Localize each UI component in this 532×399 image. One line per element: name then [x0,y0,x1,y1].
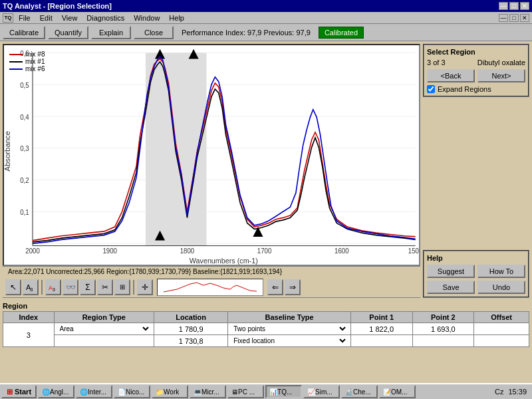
quantify-button[interactable]: Quantify [48,26,88,39]
inner-close-button[interactable]: ✕ [520,14,529,22]
svg-text:3: 3 [53,287,55,292]
taskbar-sim[interactable]: 📈 Sim... [303,385,340,398]
cell-baseline1[interactable]: Two points [228,323,351,335]
taskbar-tq[interactable]: 📊 TQ... [265,385,302,398]
col-location: Location [154,312,228,323]
taskbar-pc[interactable]: 🖥 PC ... [227,385,264,398]
calibrate-button[interactable]: Calibrate [3,26,45,39]
cell-baseline2[interactable]: Fixed location [228,335,351,347]
menu-window[interactable]: Window [130,13,164,23]
taskbar: ⊞ Start 🌐 Angl... 🌐 Inter... 📄 Nico... 📁… [0,383,532,399]
table-row-2: 1 730,8 Fixed location [3,335,529,347]
cursor-tool[interactable]: ↖ [5,279,21,295]
next-button[interactable]: Next> [477,69,525,82]
region-icon: A 3 [48,282,59,293]
angl-icon: 🌐 [42,388,50,396]
taskbar-nico[interactable]: 📄 Nico... [114,385,150,398]
baseline-type-select1[interactable]: Two points [231,325,348,333]
inner-maximize-button[interactable]: □ [509,14,519,22]
help-panel: Help Suggest How To Save Undo [423,250,529,298]
taskbar-che[interactable]: 🔬 Che... [341,385,378,398]
region-tool[interactable]: A 3 [45,279,61,295]
save-button[interactable]: Save [427,281,475,294]
cell-empty [54,335,154,347]
next-region-btn[interactable]: ⇒ [285,279,301,295]
chart-svg: 0,6 0,5 0,4 0,3 0,2 0,1 2000 1900 1800 1… [4,45,419,265]
col-point1: Point 1 [350,312,412,323]
expand-regions-checkbox[interactable] [427,85,435,93]
calibrated-badge: Calibrated [319,27,364,39]
micr-icon: 💻 [194,388,201,396]
expand-regions-label: Expand Regions [438,85,491,93]
explain-button[interactable]: Explain [91,26,131,39]
chart-container[interactable]: mix #8 mix #1 mix #6 [3,44,420,266]
taskbar-inter[interactable]: 🌐 Inter... [76,385,112,398]
minimize-button[interactable]: — [499,2,508,10]
baseline-type-select2[interactable]: Fixed location [231,336,348,345]
svg-text:0,5: 0,5 [20,81,29,88]
svg-text:3: 3 [30,287,33,293]
pc-icon: 🖥 [231,388,238,396]
cell-location2: 1 730,8 [154,335,228,347]
col-baseline-type: Baseline Type [228,312,351,323]
menu-bar: TQ File Edit View Diagnostics Window Hel… [0,12,532,24]
undo-button[interactable]: Undo [477,281,525,294]
svg-text:0,4: 0,4 [20,113,29,120]
select-region-panel: Select Region 3 of 3 Dibutyl oxalate <Ba… [423,44,529,97]
status-text: Area:22,071 Uncorrected:25,966 Region:{1… [8,268,282,275]
region-count: 3 of 3 [427,59,446,66]
window-title: TQ Analyst - [Region Selection] [3,2,112,10]
nav-buttons: <Back Next> [427,69,525,82]
svg-text:2000: 2000 [25,247,40,255]
grid-tool[interactable]: ⊞ [114,279,130,295]
menu-file[interactable]: File [15,13,35,23]
main-toolbar: Calibrate Quantify Explain Close Perform… [0,24,532,41]
zoom-tool[interactable]: A 3 [23,279,39,295]
svg-text:1700: 1700 [257,247,272,255]
close-button[interactable]: ✕ [520,2,529,10]
cell-region-type[interactable]: Area [54,323,154,335]
cell-location1: 1 780,9 [154,323,228,335]
svg-text:1800: 1800 [180,247,195,255]
cell-empty2 [350,335,412,347]
suggest-button[interactable]: Suggest [427,265,475,278]
perf-index-label: Performance Index: 97,9 Previous: 97,9 [176,29,316,37]
window-controls: — □ ✕ [499,2,529,10]
taskbar-angl[interactable]: 🌐 Angl... [38,385,74,398]
taskbar-work[interactable]: 📁 Work [152,385,188,398]
menu-view[interactable]: View [58,13,82,23]
scissors-tool[interactable]: ✂ [97,279,113,295]
col-offset: Offset [474,312,529,323]
menu-edit[interactable]: Edit [36,13,57,23]
svg-text:1500: 1500 [408,247,419,255]
select-region-title: Select Region [427,48,525,56]
title-bar: TQ Analyst - [Region Selection] — □ ✕ [0,0,532,12]
cross-tool[interactable]: ✛ [137,279,153,295]
sigma-tool[interactable]: Σ [80,279,96,295]
glasses-tool[interactable]: 👓 [63,279,78,295]
start-button[interactable]: ⊞ Start [1,385,37,398]
cell-empty4 [474,335,529,347]
taskbar-om[interactable]: 📝 OM... [379,385,416,398]
menu-diagnostics[interactable]: Diagnostics [82,13,128,23]
menu-help[interactable]: Help [165,13,188,23]
svg-text:1900: 1900 [102,247,117,255]
region-table-title: Region [3,302,529,310]
howto-button[interactable]: How To [477,265,525,278]
chart-legend: mix #8 mix #1 mix #6 [9,51,45,72]
zoom-icon: A 3 [25,282,36,293]
region-info: 3 of 3 Dibutyl oxalate [427,59,525,66]
svg-text:Wavenumbers (cm-1): Wavenumbers (cm-1) [190,256,258,264]
taskbar-micr[interactable]: 💻 Micr... [190,385,226,398]
maximize-button[interactable]: □ [509,2,519,10]
work-icon: 📁 [156,388,164,396]
taskbar-clock: Cz 15:39 [491,388,531,396]
back-button[interactable]: <Back [427,69,475,82]
clock-display: 15:39 [508,388,527,396]
close-button[interactable]: Close [134,26,174,39]
inner-minimize-button[interactable]: — [499,14,508,22]
region-type-select[interactable]: Area [57,325,152,333]
tool-toolbar: ↖ A 3 A 3 👓 Σ ✂ ⊞ ✛ [3,277,420,298]
legend-mix1: mix #1 [9,58,45,65]
prev-region-btn[interactable]: ⇐ [267,279,283,295]
